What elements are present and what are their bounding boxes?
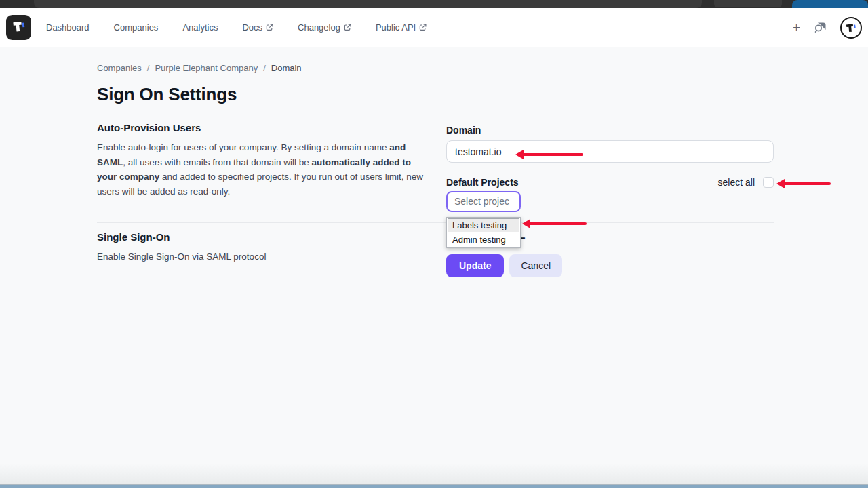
navbar-right: + [793,17,862,39]
breadcrumb-separator: / [147,63,150,73]
breadcrumb: Companies / Purple Elephant Company / Do… [97,63,774,73]
browser-chrome-bar [0,0,868,8]
dropdown-option-admin-testing[interactable]: Admin testing [448,232,519,247]
nav-item-label: Analytics [182,22,218,33]
auto-provision-description-col: Auto-Provision Users Enable auto-login f… [97,122,427,222]
nav-item-label: Changelog [298,22,340,33]
browser-address-bar[interactable] [34,0,702,8]
form-actions: Update Cancel [446,254,774,277]
select-all-label: select all [718,177,755,188]
testomat-avatar-icon [844,21,858,35]
cancel-button[interactable]: Cancel [509,254,562,277]
domain-label: Domain [446,125,774,136]
select-all-checkbox[interactable] [763,177,774,188]
project-select[interactable]: Select projec [446,191,521,212]
page-bottom-fade [0,464,868,484]
desc-text: Enable auto-login for users of your comp… [97,142,389,152]
external-link-icon [419,24,427,31]
app-logo[interactable] [6,15,31,40]
breadcrumb-current: Domain [271,63,302,73]
browser-toolbar-button[interactable] [714,0,782,7]
external-link-icon [266,24,273,31]
nav-item-companies[interactable]: Companies [114,22,159,33]
add-icon[interactable]: + [793,21,800,34]
desc-text: , all users with emails from that domain… [123,157,311,167]
default-projects-label: Default Projects [446,177,519,188]
sso-description-col: Single Sign-On Enable Single Sign-On via… [97,231,427,277]
auto-provision-section: Auto-Provision Users Enable auto-login f… [97,122,774,222]
single-sign-on-section: Single Sign-On Enable Single Sign-On via… [97,223,774,277]
page-title: Sign On Settings [97,84,774,105]
select-all-wrap: select all [718,177,774,188]
nav-item-label: Companies [114,22,159,33]
project-select-wrap: Select projec Labels testing Admin testi… [446,191,521,212]
main-content: Companies / Purple Elephant Company / Do… [0,47,868,277]
nav-item-label: Public API [376,22,416,33]
top-navbar: Dashboard Companies Analytics Docs Chang… [0,8,868,47]
browser-bottom-bar [0,484,868,488]
default-projects-row: Default Projects select all [446,177,774,188]
domain-input[interactable] [446,140,774,163]
update-button[interactable]: Update [446,254,504,277]
testomat-logo-icon [12,19,26,37]
single-sign-on-description: Enable Single Sign-On via SAML protocol [97,249,427,264]
nav-item-dashboard[interactable]: Dashboard [46,22,90,33]
browser-blue-button[interactable] [792,0,868,8]
auto-provision-description: Enable auto-login for users of your comp… [97,140,427,199]
dropdown-option-labels-testing[interactable]: Labels testing [448,218,519,232]
project-select-dropdown: Labels testing Admin testing [446,217,521,248]
auto-provision-form-col: Domain Default Projects select all Selec… [446,122,774,222]
external-link-icon [344,24,351,31]
nav-item-changelog[interactable]: Changelog [298,22,351,33]
breadcrumb-companies[interactable]: Companies [97,63,142,73]
breadcrumb-separator: / [263,63,266,73]
nav-item-public-api[interactable]: Public API [376,22,427,33]
search-icon[interactable] [814,21,827,34]
single-sign-on-heading: Single Sign-On [97,231,427,243]
nav-item-label: Docs [242,22,262,33]
user-avatar[interactable] [840,17,862,39]
nav-item-label: Dashboard [46,22,90,33]
auto-provision-heading: Auto-Provision Users [97,122,427,134]
nav-item-docs[interactable]: Docs [242,22,273,33]
nav-links: Dashboard Companies Analytics Docs Chang… [46,22,427,33]
nav-item-analytics[interactable]: Analytics [182,22,218,33]
breadcrumb-company-name[interactable]: Purple Elephant Company [155,63,258,73]
